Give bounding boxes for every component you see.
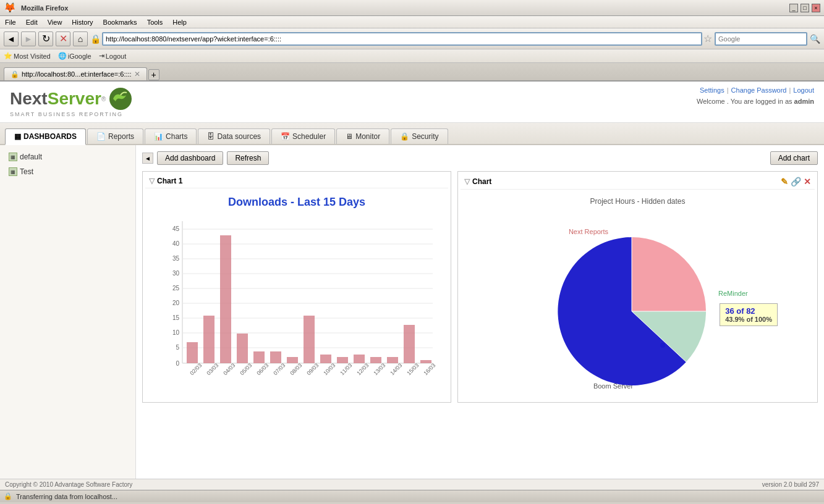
browser-tab[interactable]: 🔒 http://localhost:80...et:interface=:6:… xyxy=(4,67,147,80)
svg-text:0: 0 xyxy=(176,360,179,367)
svg-text:09/03: 09/03 xyxy=(305,362,320,376)
svg-text:16/03: 16/03 xyxy=(422,362,436,376)
dashboard-toolbar: ◄ Add dashboard Refresh Add chart xyxy=(142,151,818,165)
bookmark-most-visited[interactable]: ⭐ Most Visited xyxy=(4,52,51,60)
close-btn[interactable]: × xyxy=(812,4,820,12)
menu-bookmarks[interactable]: Bookmarks xyxy=(101,18,140,27)
charts-grid: ▽ Chart 1 Downloads - Last 15 Days 0 xyxy=(142,171,818,403)
svg-text:45: 45 xyxy=(172,225,180,232)
svg-text:02/03: 02/03 xyxy=(189,362,203,376)
tab-reports[interactable]: 📄 Reports xyxy=(87,128,143,144)
bar-chart-svg: 0 5 10 15 20 25 30 xyxy=(155,215,439,388)
bookmark-star[interactable]: ☆ xyxy=(703,33,712,44)
maximize-btn[interactable]: □ xyxy=(801,4,809,12)
browser-title: Mozilla Firefox xyxy=(21,4,784,12)
svg-text:ReMinder: ReMinder xyxy=(718,290,748,297)
menu-history[interactable]: History xyxy=(69,18,95,27)
svg-text:30: 30 xyxy=(172,270,180,277)
svg-rect-30 xyxy=(304,316,315,363)
tab-favicon: 🔒 xyxy=(11,70,19,78)
svg-rect-24 xyxy=(203,316,214,363)
chart1-panel: ▽ Chart 1 Downloads - Last 15 Days 0 xyxy=(142,171,451,403)
refresh-btn[interactable]: Refresh xyxy=(227,151,269,165)
bookmark-igoogle[interactable]: 🌐 iGoogle xyxy=(58,52,91,60)
pie-chart-container: Project Hours - Hidden dates Next Report… xyxy=(461,192,815,400)
tab-close-icon[interactable]: ✕ xyxy=(134,70,140,78)
reload-btn[interactable]: ↻ xyxy=(38,32,53,46)
svg-rect-26 xyxy=(237,334,248,363)
menu-edit[interactable]: Edit xyxy=(23,18,40,27)
add-chart-btn[interactable]: Add chart xyxy=(770,151,818,165)
bar-chart-container: Downloads - Last 15 Days 0 5 10 xyxy=(145,191,448,393)
change-password-link[interactable]: Change Password xyxy=(731,86,787,94)
logo: Next Server ® SMART BUSINESS REPORTING xyxy=(10,86,133,117)
bookmark-logout[interactable]: ⇥ Logout xyxy=(99,52,127,60)
search-icon[interactable]: 🔍 xyxy=(810,34,820,44)
svg-rect-35 xyxy=(387,357,398,363)
monitor-icon: 🖥 xyxy=(346,132,353,141)
svg-rect-25 xyxy=(220,235,231,363)
svg-rect-29 xyxy=(287,357,298,363)
svg-text:10: 10 xyxy=(172,329,180,336)
sidebar-item-default[interactable]: ▦ default xyxy=(5,150,130,164)
svg-text:03/03: 03/03 xyxy=(205,362,219,376)
dashboards-icon: ▦ xyxy=(14,132,21,141)
chart2-link-btn[interactable]: 🔗 xyxy=(791,177,801,187)
svg-rect-36 xyxy=(404,325,415,363)
add-dashboard-btn[interactable]: Add dashboard xyxy=(157,151,223,165)
tooltip-percentage: 43.9% of 100% xyxy=(725,316,772,323)
search-input[interactable] xyxy=(715,32,807,46)
menu-help[interactable]: Help xyxy=(170,18,189,27)
forward-btn[interactable]: ► xyxy=(21,32,36,46)
svg-text:13/03: 13/03 xyxy=(372,362,386,376)
settings-link[interactable]: Settings xyxy=(700,86,724,94)
menu-view[interactable]: View xyxy=(45,18,65,27)
menu-file[interactable]: File xyxy=(2,18,19,27)
tab-add-btn[interactable]: + xyxy=(148,69,159,80)
collapse-btn[interactable]: ◄ xyxy=(142,153,153,164)
chart2-title-panel: Chart xyxy=(472,177,491,186)
copyright: Copyright © 2010 Advantage Software Fact… xyxy=(5,481,132,488)
svg-text:06/03: 06/03 xyxy=(255,362,270,376)
sidebar-item-test[interactable]: ▦ Test xyxy=(5,165,130,178)
chart2-header: ▽ Chart ✎ 🔗 ✕ xyxy=(461,174,815,190)
chart2-edit-btn[interactable]: ✎ xyxy=(781,177,788,187)
igoogle-icon: 🌐 xyxy=(58,52,67,60)
svg-rect-23 xyxy=(187,342,198,363)
tab-dashboards[interactable]: ▦ DASHBOARDS xyxy=(5,128,86,145)
tab-monitor[interactable]: 🖥 Monitor xyxy=(336,128,389,144)
browser-icon: 🦊 xyxy=(4,2,16,14)
tooltip-box: 36 of 82 43.9% of 100% xyxy=(720,303,778,326)
browser-menubar: File Edit View History Bookmarks Tools H… xyxy=(0,16,824,28)
app-footer: Copyright © 2010 Advantage Software Fact… xyxy=(0,479,824,490)
scheduler-icon: 📅 xyxy=(281,132,290,141)
svg-rect-27 xyxy=(253,351,265,363)
svg-text:5: 5 xyxy=(176,344,179,351)
tab-security[interactable]: 🔒 Security xyxy=(391,128,448,144)
stop-btn[interactable]: ✕ xyxy=(56,32,70,46)
browser-titlebar: 🦊 Mozilla Firefox _ □ × xyxy=(0,0,824,16)
chart1-header: ▽ Chart 1 xyxy=(145,174,448,188)
sidebar-item-icon-default: ▦ xyxy=(9,153,17,161)
back-btn[interactable]: ◄ xyxy=(4,32,19,46)
status-icon: 🔒 xyxy=(4,492,12,500)
home-btn[interactable]: ⌂ xyxy=(73,32,88,46)
svg-text:08/03: 08/03 xyxy=(289,362,303,376)
chart2-flag: ▽ xyxy=(464,177,470,186)
chart1-title-panel: Chart 1 xyxy=(157,177,182,185)
tab-datasources[interactable]: 🗄 Data sources xyxy=(198,128,270,144)
svg-text:05/03: 05/03 xyxy=(239,362,253,376)
charts-icon: 📊 xyxy=(154,132,163,141)
datasources-icon: 🗄 xyxy=(207,132,214,141)
header-links: Settings | Change Password | Logout Welc… xyxy=(697,86,814,105)
address-input[interactable] xyxy=(102,32,702,46)
chart2-close-btn[interactable]: ✕ xyxy=(804,177,811,187)
tab-scheduler[interactable]: 📅 Scheduler xyxy=(271,128,335,144)
reports-icon: 📄 xyxy=(96,132,106,141)
tab-charts[interactable]: 📊 Charts xyxy=(145,128,197,144)
logout-link[interactable]: Logout xyxy=(793,86,814,94)
svg-rect-31 xyxy=(320,355,331,363)
minimize-btn[interactable]: _ xyxy=(789,4,798,12)
main-layout: ▦ default ▦ Test ◄ Add dashboard Refresh… xyxy=(0,145,824,479)
menu-tools[interactable]: Tools xyxy=(145,18,166,27)
